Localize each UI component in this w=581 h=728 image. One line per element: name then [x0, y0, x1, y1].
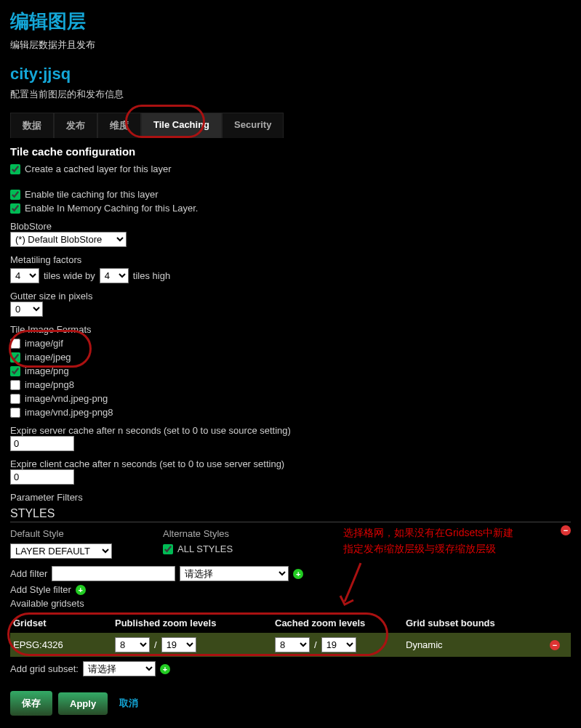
add-grid-select[interactable]: 请选择: [83, 661, 156, 676]
label-enable-mem: Enable In Memory Caching for this Layer.: [25, 203, 198, 214]
save-button[interactable]: 保存: [10, 691, 52, 716]
checkbox-enable-mem[interactable]: [10, 203, 20, 214]
alternate-styles-label: Alternate Styles: [163, 528, 233, 539]
section-tile-config: Tile cache configuration: [10, 145, 571, 158]
checkbox-gif[interactable]: [10, 339, 20, 349]
label-gif: image/gif: [25, 338, 63, 349]
metatile-wide-text: tiles wide by: [44, 270, 95, 281]
gutter-label: Gutter size in pixels: [10, 291, 571, 302]
gutter-select[interactable]: 0: [10, 302, 43, 317]
add-filter-icon[interactable]: +: [293, 569, 303, 579]
pub-min-select[interactable]: 8: [115, 637, 150, 652]
checkbox-create-cached[interactable]: [10, 164, 20, 174]
gridset-name: EPSG:4326: [10, 635, 112, 655]
label-vndjpegpng: image/vnd.jpeg-png: [25, 393, 108, 404]
annotation-text: 选择格网，如果没有在Gridsets中新建 指定发布缩放层级与缓存缩放层级: [343, 525, 569, 557]
metatile-high-select[interactable]: 4: [100, 268, 129, 283]
remove-gridset-icon[interactable]: −: [550, 640, 560, 650]
expire-server-input[interactable]: [10, 436, 74, 451]
gridset-table: Gridset Published zoom levels Cached zoo…: [10, 613, 571, 657]
label-png: image/png: [25, 365, 69, 376]
pub-max-select[interactable]: 19: [161, 637, 196, 652]
bounds-col-header: Grid subset bounds: [403, 613, 541, 633]
add-style-filter-label: Add Style filter: [10, 584, 71, 595]
expire-server-label: Expire server cache after n seconds (set…: [10, 425, 571, 436]
expire-client-input[interactable]: [10, 469, 74, 485]
page-subtitle: 编辑层数据并且发布: [10, 39, 571, 52]
blobstore-label: BlobStore: [10, 221, 571, 232]
add-grid-label: Add grid subset:: [10, 663, 79, 674]
label-vndjpegpng8: image/vnd.jpeg-png8: [25, 407, 113, 418]
tab-publish[interactable]: 发布: [54, 113, 97, 138]
add-filter-label: Add filter: [10, 568, 47, 579]
add-filter-input[interactable]: [52, 566, 175, 581]
tab-data[interactable]: 数据: [10, 113, 54, 138]
checkbox-png8[interactable]: [10, 380, 20, 390]
add-grid-icon[interactable]: +: [160, 664, 170, 674]
checkbox-vndjpegpng8[interactable]: [10, 408, 20, 418]
gridset-col-header: Gridset: [10, 613, 112, 633]
label-enable-tile: Enable tile caching for this layer: [25, 189, 159, 200]
gridset-bounds: Dynamic: [403, 635, 541, 655]
page-title: 编辑图层: [10, 9, 571, 34]
checkbox-all-styles[interactable]: [163, 544, 173, 554]
pub-slash: /: [154, 639, 157, 650]
default-style-label: Default Style: [10, 528, 112, 539]
label-all-styles: ALL STYLES: [177, 543, 233, 554]
checkbox-enable-tile[interactable]: [10, 190, 20, 200]
cache-max-select[interactable]: 19: [321, 637, 356, 652]
checkbox-vndjpegpng[interactable]: [10, 394, 20, 404]
tab-security[interactable]: Security: [222, 113, 284, 138]
blobstore-select[interactable]: (*) Default BlobStore: [10, 232, 127, 247]
checkbox-png[interactable]: [10, 366, 20, 376]
param-filters-label: Parameter Filters: [10, 492, 571, 503]
tab-tile-caching[interactable]: Tile Caching: [141, 113, 222, 138]
label-jpeg: image/jpeg: [25, 352, 71, 363]
apply-button[interactable]: Apply: [58, 692, 108, 715]
layer-desc: 配置当前图层的和发布信息: [10, 88, 571, 101]
published-col-header: Published zoom levels: [112, 613, 272, 633]
gridset-row: EPSG:4326 8 / 19 8 / 19 Dynamic −: [10, 633, 571, 657]
label-create-cached: Create a cached layer for this layer: [25, 163, 172, 174]
add-style-filter-icon[interactable]: +: [76, 585, 86, 595]
checkbox-jpeg[interactable]: [10, 352, 20, 363]
styles-header: STYLES: [10, 507, 571, 522]
cached-col-header: Cached zoom levels: [272, 613, 403, 633]
metatile-high-text: tiles high: [133, 270, 170, 281]
tabs: 数据 发布 维度 Tile Caching Security: [10, 113, 571, 138]
tab-dimensions[interactable]: 维度: [97, 113, 141, 138]
expire-client-label: Expire client cache after n seconds (set…: [10, 458, 571, 469]
formats-label: Tile Image Formats: [10, 324, 571, 335]
cache-min-select[interactable]: 8: [275, 637, 310, 652]
available-gridsets-label: Available gridsets: [10, 598, 571, 609]
default-style-select[interactable]: LAYER DEFAULT: [10, 543, 112, 559]
metatile-wide-select[interactable]: 4: [10, 268, 39, 283]
metatile-label: Metatiling factors: [10, 254, 571, 265]
add-filter-select[interactable]: 请选择: [180, 566, 289, 581]
cache-slash: /: [314, 639, 317, 650]
label-png8: image/png8: [25, 379, 74, 390]
layer-name: city:jjsq: [10, 65, 571, 84]
cancel-link[interactable]: 取消: [119, 697, 138, 710]
